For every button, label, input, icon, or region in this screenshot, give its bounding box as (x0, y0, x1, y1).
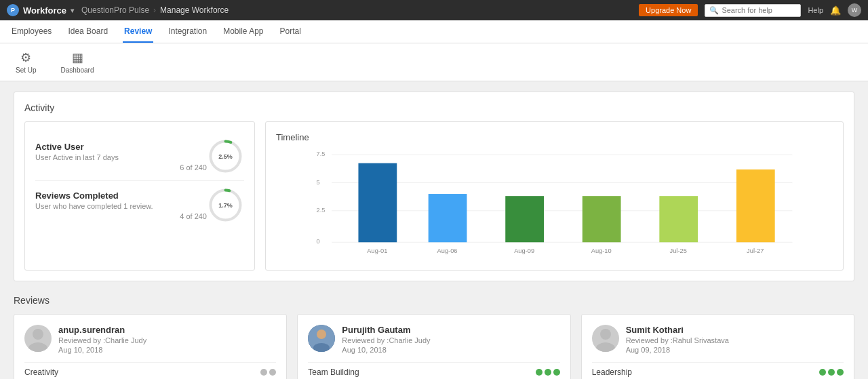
skill-dots-0-0 (260, 369, 276, 376)
nav-item-review[interactable]: Review (123, 21, 153, 43)
review-name-0: anup.surendran (58, 325, 146, 335)
active-user-sub: User Active in last 7 days (35, 153, 207, 161)
svg-text:Jul-27: Jul-27 (747, 247, 764, 254)
brand-chevron[interactable]: ▾ (71, 7, 74, 14)
active-user-label: Active User (35, 142, 207, 152)
activity-section: Activity Active User User Active in last… (14, 92, 854, 281)
skill-name-2-0: Leadership (592, 367, 632, 377)
nav-item-mobile-app[interactable]: Mobile App (222, 21, 264, 43)
user-avatar[interactable]: W (848, 3, 861, 17)
nav-item-integration[interactable]: Integration (167, 21, 208, 43)
activity-stats: Active User User Active in last 7 days 6… (24, 121, 255, 271)
review-meta-date-2: Aug 09, 2018 (626, 346, 729, 354)
reviews-title: Reviews (14, 295, 854, 306)
bar-aug06 (429, 194, 467, 242)
active-user-stat: Active User User Active in last 7 days 6… (35, 132, 244, 180)
reviews-grid: anup.surendran Reviewed by :Charlie Judy… (14, 314, 854, 379)
review-info-0: anup.surendran Reviewed by :Charlie Judy… (58, 325, 146, 354)
dot (269, 369, 276, 376)
svg-point-21 (317, 330, 326, 339)
review-card-0: anup.surendran Reviewed by :Charlie Judy… (14, 314, 287, 379)
svg-point-23 (600, 329, 611, 340)
dashboard-label: Dashboard (61, 66, 94, 74)
skill-row-0-0: Creativity (24, 362, 276, 379)
review-meta-date-0: Aug 10, 2018 (58, 346, 146, 354)
brand-icon: P (7, 4, 19, 16)
breadcrumb-sep: › (153, 5, 156, 15)
bar-jul25 (659, 196, 698, 242)
search-icon: 🔍 (709, 6, 719, 15)
breadcrumb-parent[interactable]: QuestionPro Pulse (81, 5, 149, 15)
nav-item-idea-board[interactable]: Idea Board (66, 21, 109, 43)
skill-dots-1-0 (536, 369, 560, 376)
svg-point-24 (596, 342, 615, 352)
reviews-completed-circle: 1.7% (207, 186, 244, 224)
dot (837, 369, 844, 376)
timeline-section: Timeline 7.5 5 2.5 0 Aug-01 (265, 121, 844, 271)
skill-row-2-0: Leadership (592, 362, 844, 379)
breadcrumb: QuestionPro Pulse › Manage Workforce (81, 5, 229, 15)
reviews-completed-info: Reviews Completed User who have complete… (35, 191, 207, 220)
active-user-percent: 2.5% (218, 153, 233, 160)
timeline-chart: 7.5 5 2.5 0 Aug-01 Aug-06 (276, 149, 833, 258)
skill-row-1-0: Team Building (308, 362, 559, 379)
brand-logo[interactable]: P Workforce ▾ (7, 4, 75, 16)
review-info-1: Purujith Gautam Reviewed by :Charlie Jud… (342, 325, 430, 354)
svg-text:0: 0 (317, 238, 320, 245)
dot (553, 369, 560, 376)
nav-item-employees[interactable]: Employees (10, 21, 53, 43)
review-avatar-1 (308, 325, 335, 352)
bar-aug09 (505, 196, 544, 242)
active-user-count: 6 of 240 (35, 163, 207, 172)
svg-text:Aug-06: Aug-06 (437, 247, 458, 254)
reviews-completed-stat: Reviews Completed User who have complete… (35, 180, 244, 229)
review-avatar-2 (592, 325, 619, 352)
upgrade-button[interactable]: Upgrade Now (639, 4, 698, 16)
review-meta-date-1: Aug 10, 2018 (342, 346, 430, 354)
breadcrumb-current: Manage Workforce (160, 5, 229, 15)
setup-icon: ⚙ (20, 50, 31, 65)
svg-text:5: 5 (317, 179, 320, 186)
skill-name-0-0: Creativity (24, 367, 58, 377)
reviews-completed-count: 4 of 240 (35, 212, 207, 220)
help-button[interactable]: Help (808, 6, 823, 14)
review-meta-by-2: Reviewed by :Rahul Srivastava (626, 336, 729, 344)
dot (536, 369, 542, 376)
bar-jul27 (736, 169, 775, 242)
top-bar: P Workforce ▾ QuestionPro Pulse › Manage… (0, 0, 868, 20)
reviews-section: Reviews anup.surendran Reviewed by :Char… (14, 295, 854, 379)
notification-bell-icon[interactable]: 🔔 (830, 5, 841, 16)
review-skills-0: Creativity Logical Thinking (24, 362, 276, 379)
review-header-0: anup.surendran Reviewed by :Charlie Judy… (24, 325, 276, 354)
svg-text:Aug-10: Aug-10 (591, 247, 612, 254)
secondary-nav: Employees Idea Board Review Integration … (0, 20, 868, 43)
review-meta-by-0: Reviewed by :Charlie Judy (58, 336, 146, 344)
bar-aug10 (583, 196, 621, 242)
nav-item-portal[interactable]: Portal (279, 21, 302, 43)
review-card-2: Sumit Kothari Reviewed by :Rahul Srivast… (581, 314, 854, 379)
svg-text:2.5: 2.5 (317, 207, 326, 214)
main-content: Activity Active User User Active in last… (0, 81, 868, 379)
setup-button[interactable]: ⚙ Set Up (10, 47, 42, 77)
toolbar: ⚙ Set Up ▦ Dashboard (0, 43, 868, 81)
search-input[interactable] (722, 6, 796, 14)
skill-dots-2-0 (819, 369, 844, 376)
setup-label: Set Up (16, 66, 37, 74)
svg-text:Aug-01: Aug-01 (367, 247, 387, 254)
review-info-2: Sumit Kothari Reviewed by :Rahul Srivast… (626, 325, 729, 354)
review-header-2: Sumit Kothari Reviewed by :Rahul Srivast… (592, 325, 844, 354)
dot (828, 369, 835, 376)
svg-text:7.5: 7.5 (317, 151, 326, 157)
review-name-1: Purujith Gautam (342, 325, 430, 335)
activity-title: Activity (24, 102, 844, 113)
review-name-2: Sumit Kothari (626, 325, 729, 335)
dot (819, 369, 826, 376)
dashboard-icon: ▦ (72, 50, 83, 65)
review-header-1: Purujith Gautam Reviewed by :Charlie Jud… (308, 325, 559, 354)
active-user-info: Active User User Active in last 7 days 6… (35, 142, 207, 172)
review-card-1: Purujith Gautam Reviewed by :Charlie Jud… (297, 314, 570, 379)
active-user-circle: 2.5% (207, 138, 244, 175)
dashboard-button[interactable]: ▦ Dashboard (56, 47, 100, 77)
review-avatar-0 (24, 325, 52, 352)
search-box[interactable]: 🔍 (705, 4, 801, 17)
